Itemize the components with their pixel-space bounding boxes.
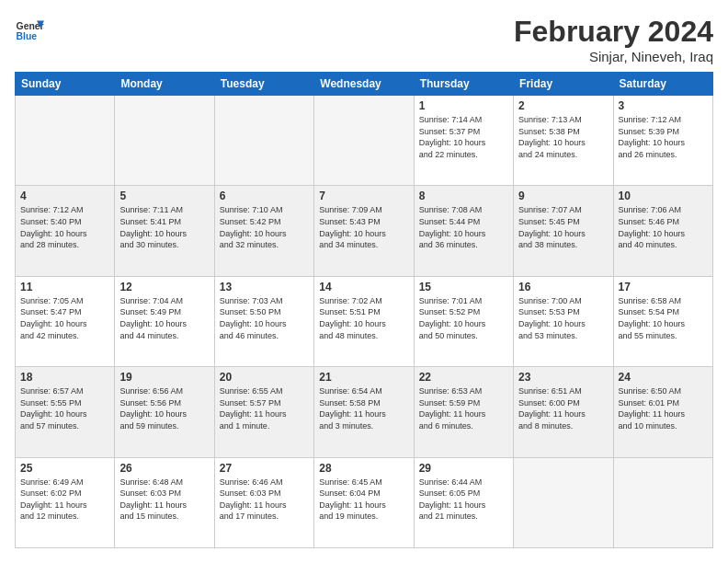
day-info: Sunrise: 6:55 AMSunset: 5:57 PMDaylight:… — [220, 385, 309, 431]
title-block: February 2024 Sinjar, Nineveh, Iraq — [514, 15, 713, 64]
table-row: 20Sunrise: 6:55 AMSunset: 5:57 PMDayligh… — [214, 367, 313, 457]
day-info: Sunrise: 6:44 AMSunset: 6:05 PMDaylight:… — [419, 477, 508, 523]
logo: General Blue — [15, 15, 48, 44]
day-number: 28 — [319, 462, 408, 475]
day-number: 20 — [220, 371, 309, 384]
table-row: 16Sunrise: 7:00 AMSunset: 5:53 PMDayligh… — [514, 276, 613, 366]
table-row: 25Sunrise: 6:49 AMSunset: 6:02 PMDayligh… — [16, 457, 115, 547]
svg-text:Blue: Blue — [17, 31, 38, 41]
day-number: 3 — [619, 99, 708, 112]
day-number: 4 — [20, 190, 109, 202]
col-monday: Monday — [115, 73, 214, 96]
day-number: 25 — [20, 462, 109, 475]
day-info: Sunrise: 6:50 AMSunset: 6:01 PMDaylight:… — [619, 385, 708, 431]
day-number: 12 — [119, 281, 209, 293]
table-row: 4Sunrise: 7:12 AMSunset: 5:40 PMDaylight… — [16, 186, 115, 276]
calendar-week-row: 11Sunrise: 7:05 AMSunset: 5:47 PMDayligh… — [16, 276, 713, 366]
day-number: 10 — [619, 190, 708, 202]
day-info: Sunrise: 7:04 AMSunset: 5:49 PMDaylight:… — [119, 295, 209, 341]
main-title: February 2024 — [514, 15, 713, 49]
day-info: Sunrise: 7:08 AMSunset: 5:44 PMDaylight:… — [419, 204, 508, 250]
table-row — [16, 96, 115, 186]
day-info: Sunrise: 6:57 AMSunset: 5:55 PMDaylight:… — [20, 385, 109, 431]
day-number: 9 — [518, 190, 608, 202]
day-number: 23 — [518, 371, 608, 384]
col-tuesday: Tuesday — [214, 73, 313, 96]
day-number: 8 — [419, 190, 508, 202]
table-row: 10Sunrise: 7:06 AMSunset: 5:46 PMDayligh… — [613, 186, 712, 276]
page: General Blue February 2024 Sinjar, Ninev… — [0, 0, 728, 563]
day-info: Sunrise: 7:06 AMSunset: 5:46 PMDaylight:… — [619, 204, 708, 250]
day-number: 2 — [518, 99, 608, 112]
col-friday: Friday — [514, 73, 613, 96]
table-row: 15Sunrise: 7:01 AMSunset: 5:52 PMDayligh… — [414, 276, 513, 366]
day-info: Sunrise: 7:01 AMSunset: 5:52 PMDaylight:… — [419, 295, 508, 341]
day-number: 21 — [319, 371, 408, 384]
day-number: 18 — [20, 371, 109, 384]
table-row: 23Sunrise: 6:51 AMSunset: 6:00 PMDayligh… — [514, 367, 613, 457]
table-row: 26Sunrise: 6:48 AMSunset: 6:03 PMDayligh… — [115, 457, 214, 547]
table-row — [613, 457, 712, 547]
calendar-table: Sunday Monday Tuesday Wednesday Thursday… — [15, 72, 713, 548]
day-info: Sunrise: 7:03 AMSunset: 5:50 PMDaylight:… — [220, 295, 309, 341]
day-number: 17 — [619, 281, 708, 293]
day-info: Sunrise: 7:05 AMSunset: 5:47 PMDaylight:… — [20, 295, 109, 341]
header-row: Sunday Monday Tuesday Wednesday Thursday… — [16, 73, 713, 96]
day-number: 13 — [220, 281, 309, 293]
table-row: 24Sunrise: 6:50 AMSunset: 6:01 PMDayligh… — [613, 367, 712, 457]
day-number: 22 — [419, 371, 508, 384]
day-info: Sunrise: 7:11 AMSunset: 5:41 PMDaylight:… — [119, 204, 209, 250]
day-info: Sunrise: 7:00 AMSunset: 5:53 PMDaylight:… — [518, 295, 608, 341]
day-number: 1 — [419, 99, 508, 112]
table-row: 29Sunrise: 6:44 AMSunset: 6:05 PMDayligh… — [414, 457, 513, 547]
col-wednesday: Wednesday — [314, 73, 414, 96]
day-info: Sunrise: 6:54 AMSunset: 5:58 PMDaylight:… — [319, 385, 408, 431]
day-number: 5 — [119, 190, 209, 202]
table-row: 5Sunrise: 7:11 AMSunset: 5:41 PMDaylight… — [115, 186, 214, 276]
table-row: 17Sunrise: 6:58 AMSunset: 5:54 PMDayligh… — [613, 276, 712, 366]
day-info: Sunrise: 7:10 AMSunset: 5:42 PMDaylight:… — [220, 204, 309, 250]
day-info: Sunrise: 7:07 AMSunset: 5:45 PMDaylight:… — [518, 204, 608, 250]
table-row: 1Sunrise: 7:14 AMSunset: 5:37 PMDaylight… — [414, 96, 513, 186]
calendar-week-row: 25Sunrise: 6:49 AMSunset: 6:02 PMDayligh… — [16, 457, 713, 547]
day-number: 15 — [419, 281, 508, 293]
table-row — [314, 96, 414, 186]
col-sunday: Sunday — [16, 73, 115, 96]
day-info: Sunrise: 7:13 AMSunset: 5:38 PMDaylight:… — [518, 114, 608, 160]
table-row: 6Sunrise: 7:10 AMSunset: 5:42 PMDaylight… — [214, 186, 313, 276]
day-info: Sunrise: 7:02 AMSunset: 5:51 PMDaylight:… — [319, 295, 408, 341]
table-row: 14Sunrise: 7:02 AMSunset: 5:51 PMDayligh… — [314, 276, 414, 366]
day-number: 16 — [518, 281, 608, 293]
day-info: Sunrise: 7:09 AMSunset: 5:43 PMDaylight:… — [319, 204, 408, 250]
table-row: 18Sunrise: 6:57 AMSunset: 5:55 PMDayligh… — [16, 367, 115, 457]
logo-icon: General Blue — [15, 15, 44, 44]
calendar-week-row: 18Sunrise: 6:57 AMSunset: 5:55 PMDayligh… — [16, 367, 713, 457]
table-row: 7Sunrise: 7:09 AMSunset: 5:43 PMDaylight… — [314, 186, 414, 276]
calendar-week-row: 1Sunrise: 7:14 AMSunset: 5:37 PMDaylight… — [16, 96, 713, 186]
table-row: 3Sunrise: 7:12 AMSunset: 5:39 PMDaylight… — [613, 96, 712, 186]
day-info: Sunrise: 6:53 AMSunset: 5:59 PMDaylight:… — [419, 385, 508, 431]
col-thursday: Thursday — [414, 73, 513, 96]
day-number: 6 — [220, 190, 309, 202]
day-number: 24 — [619, 371, 708, 384]
day-info: Sunrise: 6:56 AMSunset: 5:56 PMDaylight:… — [119, 385, 209, 431]
day-info: Sunrise: 7:12 AMSunset: 5:39 PMDaylight:… — [619, 114, 708, 160]
day-info: Sunrise: 6:49 AMSunset: 6:02 PMDaylight:… — [20, 477, 109, 523]
day-number: 29 — [419, 462, 508, 475]
day-number: 14 — [319, 281, 408, 293]
table-row: 27Sunrise: 6:46 AMSunset: 6:03 PMDayligh… — [214, 457, 313, 547]
day-info: Sunrise: 7:14 AMSunset: 5:37 PMDaylight:… — [419, 114, 508, 160]
calendar-week-row: 4Sunrise: 7:12 AMSunset: 5:40 PMDaylight… — [16, 186, 713, 276]
col-saturday: Saturday — [613, 73, 712, 96]
day-info: Sunrise: 6:48 AMSunset: 6:03 PMDaylight:… — [119, 477, 209, 523]
table-row: 11Sunrise: 7:05 AMSunset: 5:47 PMDayligh… — [16, 276, 115, 366]
table-row — [514, 457, 613, 547]
day-info: Sunrise: 6:46 AMSunset: 6:03 PMDaylight:… — [220, 477, 309, 523]
day-number: 11 — [20, 281, 109, 293]
table-row: 2Sunrise: 7:13 AMSunset: 5:38 PMDaylight… — [514, 96, 613, 186]
table-row — [115, 96, 214, 186]
day-info: Sunrise: 6:45 AMSunset: 6:04 PMDaylight:… — [319, 477, 408, 523]
day-number: 26 — [119, 462, 209, 475]
day-info: Sunrise: 6:58 AMSunset: 5:54 PMDaylight:… — [619, 295, 708, 341]
table-row: 12Sunrise: 7:04 AMSunset: 5:49 PMDayligh… — [115, 276, 214, 366]
